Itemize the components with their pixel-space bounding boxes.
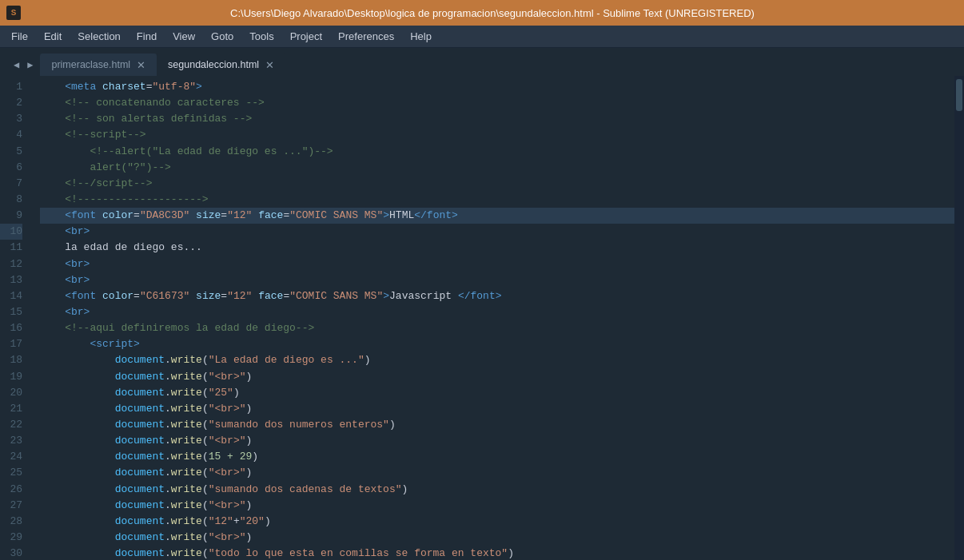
code-line-1: <meta charset="utf-8"> xyxy=(40,79,954,95)
code-line-24: document.write("<br>") xyxy=(40,433,954,449)
menu-goto[interactable]: Goto xyxy=(203,27,241,46)
line-num: 24 xyxy=(0,449,22,465)
line-num: 10 xyxy=(0,224,22,240)
code-line-13: <br> xyxy=(40,256,954,272)
code-line-18: <script> xyxy=(40,336,954,352)
code-line-15: <font color="C61673" size="12" face="COM… xyxy=(40,288,954,304)
line-num: 5 xyxy=(0,144,22,160)
line-num: 12 xyxy=(0,256,22,272)
code-line-12: la edad de diego es... xyxy=(40,240,954,256)
line-num: 3 xyxy=(0,111,22,127)
line-num: 11 xyxy=(0,240,22,256)
code-line-14: <br> xyxy=(40,272,954,288)
menu-selection[interactable]: Selection xyxy=(70,27,128,46)
code-line-25: document.write(15 + 29) xyxy=(40,449,954,465)
code-line-23: document.write("sumando dos numeros ente… xyxy=(40,417,954,433)
line-num: 2 xyxy=(0,95,22,111)
code-line-31: document.write("todo lo que esta en comi… xyxy=(40,546,954,560)
line-num: 18 xyxy=(0,352,22,368)
line-num: 14 xyxy=(0,288,22,304)
code-line-7: <!--/script--> xyxy=(40,176,954,192)
code-line-8: <!--------------------> xyxy=(40,192,954,208)
line-num: 7 xyxy=(0,176,22,192)
code-line-29: document.write("12"+"20") xyxy=(40,514,954,530)
line-num: 28 xyxy=(0,514,22,530)
menu-view[interactable]: View xyxy=(165,27,203,46)
tab-navigation: ◀ ▶ xyxy=(6,54,40,76)
code-line-2: <!-- concatenando caracteres --> xyxy=(40,95,954,111)
code-line-4: <!--script--> xyxy=(40,127,954,143)
line-num: 29 xyxy=(0,530,22,546)
line-num: 6 xyxy=(0,160,22,176)
menu-tools[interactable]: Tools xyxy=(241,27,281,46)
line-num: 20 xyxy=(0,385,22,401)
menu-preferences[interactable]: Preferences xyxy=(330,27,402,46)
code-line-17: <!--aqui definiremos la edad de diego--> xyxy=(40,320,954,336)
code-line-6: alert("?")--> xyxy=(40,160,954,176)
line-num: 19 xyxy=(0,369,22,385)
code-line-26: document.write("<br>") xyxy=(40,465,954,481)
line-num: 16 xyxy=(0,320,22,336)
code-line-11: <br> xyxy=(40,224,954,240)
tab-label-2: segundaleccion.html xyxy=(168,59,259,70)
menu-file[interactable]: File xyxy=(3,27,36,46)
menu-edit[interactable]: Edit xyxy=(36,27,70,46)
line-num: 13 xyxy=(0,272,22,288)
tab-close-2[interactable]: ✕ xyxy=(265,60,274,70)
code-line-16: <br> xyxy=(40,304,954,320)
title-text: C:\Users\Diego Alvarado\Desktop\logica d… xyxy=(27,7,958,19)
code-line-5: <!--alert("La edad de diego es ...")--> xyxy=(40,144,954,160)
line-num: 22 xyxy=(0,417,22,433)
line-num: 8 xyxy=(0,192,22,208)
line-num: 30 xyxy=(0,546,22,560)
line-num: 27 xyxy=(0,498,22,514)
title-bar: S C:\Users\Diego Alvarado\Desktop\logica… xyxy=(0,0,964,26)
line-num: 17 xyxy=(0,336,22,352)
line-numbers: 1 2 3 4 5 6 7 8 9 10 11 12 13 14 15 16 1… xyxy=(0,76,30,560)
menu-find[interactable]: Find xyxy=(129,27,165,46)
tab-label-1: primeraclase.html xyxy=(51,59,130,70)
tab-primeraclase[interactable]: primeraclase.html ✕ xyxy=(40,54,157,76)
line-num: 15 xyxy=(0,304,22,320)
tab-close-1[interactable]: ✕ xyxy=(137,60,145,70)
code-line-27: document.write("sumando dos cadenas de t… xyxy=(40,482,954,498)
code-line-28: document.write("<br>") xyxy=(40,498,954,514)
tab-next[interactable]: ▶ xyxy=(25,58,35,73)
line-num: 25 xyxy=(0,465,22,481)
app-icon: S xyxy=(6,6,21,20)
tab-bar: ◀ ▶ primeraclase.html ✕ segundaleccion.h… xyxy=(0,48,964,76)
menu-project[interactable]: Project xyxy=(282,27,330,46)
line-num: 21 xyxy=(0,401,22,417)
code-line-30: document.write("<br>") xyxy=(40,530,954,546)
scrollbar-thumb[interactable] xyxy=(956,79,962,111)
tab-segundaleccion[interactable]: segundaleccion.html ✕ xyxy=(157,54,285,76)
code-content[interactable]: <meta charset="utf-8"> <!-- concatenando… xyxy=(30,76,954,560)
code-line-21: document.write("25") xyxy=(40,385,954,401)
menu-bar: File Edit Selection Find View Goto Tools… xyxy=(0,26,964,48)
line-num: 9 xyxy=(0,208,22,224)
code-line-22: document.write("<br>") xyxy=(40,401,954,417)
tab-prev[interactable]: ◀ xyxy=(11,58,22,73)
scrollbar[interactable] xyxy=(954,76,964,560)
menu-help[interactable]: Help xyxy=(402,27,440,46)
line-num: 1 xyxy=(0,79,22,95)
line-num: 23 xyxy=(0,433,22,449)
line-num: 4 xyxy=(0,127,22,143)
code-line-3: <!-- son alertas definidas --> xyxy=(40,111,954,127)
code-line-20: document.write("<br>") xyxy=(40,369,954,385)
code-line-19: document.write("La edad de diego es ..."… xyxy=(40,352,954,368)
editor: 1 2 3 4 5 6 7 8 9 10 11 12 13 14 15 16 1… xyxy=(0,76,964,560)
line-num: 26 xyxy=(0,482,22,498)
code-line-10: <font color="DA8C3D" size="12" face="COM… xyxy=(40,208,954,224)
